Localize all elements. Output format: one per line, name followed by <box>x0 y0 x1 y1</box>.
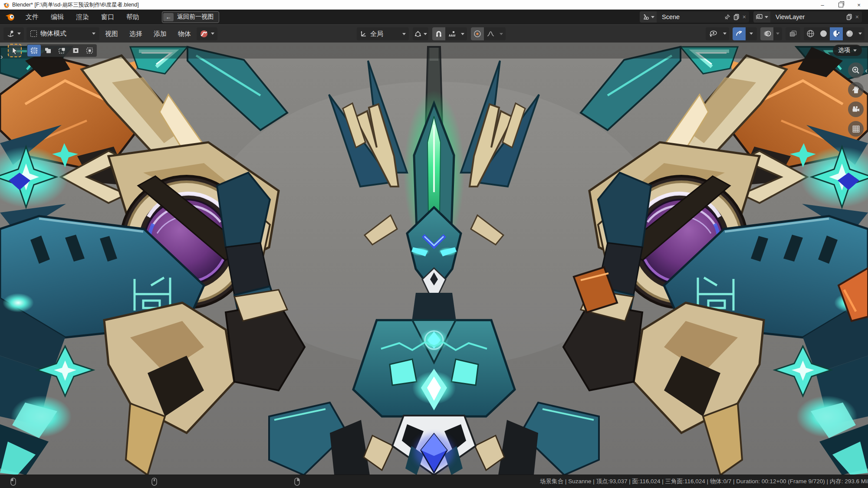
proportional-editing-toggle[interactable] <box>471 27 484 40</box>
minimize-button[interactable]: – <box>813 0 832 10</box>
gizmo-dropdown[interactable] <box>746 27 757 40</box>
select-mode-extend[interactable] <box>41 45 55 56</box>
orthographic-toggle-button[interactable] <box>848 121 864 137</box>
active-tool-select-box[interactable] <box>8 44 22 57</box>
view-layer-icon <box>756 13 763 20</box>
shading-rendered-button[interactable] <box>843 27 856 40</box>
proportional-dropdown[interactable] <box>497 27 506 40</box>
sidebar-collapse-arrow[interactable]: ‹ <box>865 67 868 74</box>
pivot-point-icon <box>414 30 422 38</box>
xray-toggle[interactable] <box>786 27 800 40</box>
hand-icon <box>852 85 860 94</box>
pivot-point-selector[interactable] <box>413 27 428 40</box>
overlays-icon <box>763 30 771 37</box>
object-visibility-controls <box>706 27 729 40</box>
select-mode-subtract[interactable] <box>55 45 69 56</box>
chevron-down-icon <box>765 16 768 18</box>
scene-selector[interactable]: Scene × <box>640 11 749 23</box>
menu-window[interactable]: 窗口 <box>95 10 120 24</box>
shading-mode-controls <box>804 27 865 40</box>
orientation-label: 全局 <box>370 30 400 38</box>
chevron-down-icon <box>17 33 21 35</box>
select-mode-group <box>27 44 97 57</box>
viewport-canvas[interactable]: 选项 › ‹ <box>0 43 868 475</box>
shading-solid-button[interactable] <box>817 27 830 40</box>
gizmo-controls <box>733 27 757 40</box>
close-button[interactable]: × <box>850 0 868 10</box>
menu-file[interactable]: 文件 <box>20 10 45 24</box>
chevron-down-icon <box>750 33 753 35</box>
view-layer-selector[interactable]: ViewLayer × <box>753 11 862 23</box>
proportional-falloff-selector[interactable] <box>484 27 497 40</box>
scene-name: Scene <box>657 13 724 20</box>
toolbar-expand-arrow[interactable]: › <box>0 53 3 60</box>
chevron-down-icon <box>723 33 727 35</box>
back-to-previous-view-button[interactable]: ← 返回前一视图 <box>162 11 219 23</box>
select-mode-new[interactable] <box>27 45 41 56</box>
menu-render[interactable]: 渲染 <box>70 10 95 24</box>
pin-icon[interactable] <box>724 14 730 20</box>
new-view-layer-icon[interactable] <box>846 13 853 20</box>
pan-tool-button[interactable] <box>848 82 864 98</box>
chevron-down-icon <box>461 33 464 35</box>
tool-options-button[interactable]: 选项 <box>833 45 862 56</box>
red-sphere-icon <box>200 29 208 38</box>
transform-orientation-selector[interactable]: 全局 <box>357 27 409 40</box>
unlink-scene-icon[interactable]: × <box>743 13 746 20</box>
snap-target-selector[interactable] <box>445 27 458 40</box>
shading-dropdown[interactable] <box>856 27 865 40</box>
chevron-down-icon <box>853 49 857 52</box>
visibility-dropdown[interactable] <box>720 27 729 40</box>
shading-material-preview-button[interactable] <box>830 27 843 40</box>
mode-selector[interactable]: 物体模式 <box>26 27 99 40</box>
remove-view-layer-icon[interactable]: × <box>855 13 859 20</box>
show-object-types-button[interactable] <box>706 27 720 40</box>
show-overlays-toggle[interactable] <box>760 27 773 40</box>
view-layer-icon[interactable] <box>753 11 770 23</box>
magnet-icon <box>435 30 443 38</box>
snap-dropdown[interactable] <box>458 27 467 40</box>
menu-edit[interactable]: 编辑 <box>45 10 70 24</box>
chevron-down-icon <box>651 16 654 18</box>
new-scene-icon[interactable] <box>733 13 740 20</box>
wireframe-sphere-icon <box>806 29 815 38</box>
object-mode-icon <box>30 30 37 37</box>
editor-type-selector[interactable] <box>3 27 24 40</box>
topbar: 文件 编辑 渲染 窗口 帮助 ← 返回前一视图 Scene <box>0 10 868 24</box>
overlays-dropdown[interactable] <box>773 27 782 40</box>
camera-view-button[interactable] <box>848 102 864 117</box>
shading-wireframe-button[interactable] <box>804 27 817 40</box>
addon-red-sphere-button[interactable] <box>197 27 217 40</box>
select-mode-intersect[interactable] <box>83 45 96 56</box>
right-mouse-icon <box>294 478 300 486</box>
scene-icon[interactable] <box>640 11 657 23</box>
menu-object[interactable]: 物体 <box>172 25 197 43</box>
viewport-artwork <box>0 43 868 475</box>
zoom-tool-button[interactable] <box>848 62 864 78</box>
menu-help[interactable]: 帮助 <box>120 10 145 24</box>
menu-view[interactable]: 视图 <box>99 25 124 43</box>
snap-toggle[interactable] <box>432 27 445 40</box>
select-mode-invert[interactable] <box>69 45 82 56</box>
window-title: Blender* [F:\商单\sd-崩坏三预设制作\6\度星者.blend] <box>12 1 139 9</box>
grid-icon <box>852 125 860 133</box>
back-arrow-icon: ← <box>163 13 174 21</box>
blender-logo-icon[interactable] <box>5 13 15 21</box>
view-layer-name: ViewLayer <box>770 13 846 20</box>
menu-select[interactable]: 选择 <box>124 25 148 43</box>
titlebar: Blender* [F:\商单\sd-崩坏三预设制作\6\度星者.blend] … <box>0 0 868 10</box>
options-label: 选项 <box>838 46 850 54</box>
restore-button[interactable] <box>832 0 850 10</box>
gizmo-icon <box>735 30 743 38</box>
chevron-down-icon <box>402 33 406 35</box>
chevron-down-icon <box>858 33 862 35</box>
camera-icon <box>851 105 861 114</box>
cursor-arrow-icon <box>11 47 18 55</box>
chevron-down-icon <box>92 33 95 35</box>
tool-header: 选项 <box>0 43 868 59</box>
snapping-controls <box>432 27 467 40</box>
menu-add[interactable]: 添加 <box>148 25 172 43</box>
show-gizmo-toggle[interactable] <box>733 27 746 40</box>
proportional-circle-icon <box>473 30 481 38</box>
chevron-down-icon <box>500 33 503 35</box>
